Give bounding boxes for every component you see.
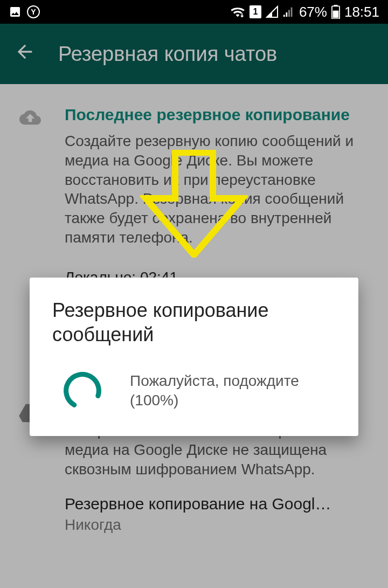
sim1-icon: 1 [250, 5, 261, 18]
signal-icon [283, 5, 295, 18]
status-left: Y [9, 5, 40, 18]
yandex-icon: Y [27, 5, 40, 18]
wifi-icon [230, 5, 245, 18]
status-bar: Y 1 67% 18:51 [0, 0, 388, 24]
svg-rect-0 [283, 15, 285, 17]
svg-rect-1 [286, 12, 287, 17]
battery-icon [331, 5, 340, 19]
clock: 18:51 [344, 4, 379, 20]
progress-spinner-icon [62, 370, 103, 411]
battery-percentage: 67% [299, 4, 327, 20]
dialog-body: Пожалуйста, подождите (100%) [52, 370, 336, 411]
svg-rect-3 [291, 8, 293, 17]
svg-rect-2 [288, 10, 290, 17]
dialog-text: Пожалуйста, подождите (100%) [130, 371, 336, 411]
svg-rect-6 [333, 11, 339, 18]
status-right: 1 67% 18:51 [230, 4, 379, 20]
dialog-title: Резервное копирование сообщений [52, 298, 336, 347]
svg-rect-5 [334, 5, 337, 6]
backup-progress-dialog: Резервное копирование сообщений Пожалуйс… [30, 278, 358, 436]
image-icon [9, 5, 22, 18]
svg-point-7 [62, 370, 103, 411]
signal-sim2-icon [266, 5, 279, 18]
